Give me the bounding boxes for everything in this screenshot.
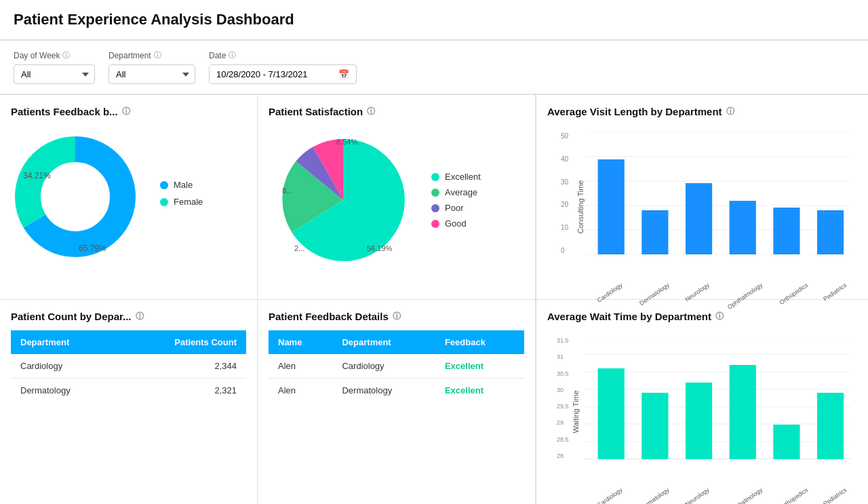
- legend-male: Male: [160, 180, 203, 190]
- dept-cardiology: Cardiology: [11, 354, 119, 379]
- feedback-1: Excellent: [435, 354, 524, 379]
- patients-feedback-panel: Patients Feedback b... ⓘ 34.21% 65.79%: [0, 95, 258, 299]
- name-2: Alen: [269, 379, 332, 403]
- table-row: Alen Cardiology Excellent: [269, 354, 524, 379]
- date-label: Date ⓘ: [209, 50, 357, 60]
- legend-poor: Poor: [431, 203, 481, 213]
- legend-excellent: Excellent: [431, 172, 481, 182]
- day-of-week-filter: Day of Week ⓘ All Monday Tuesday Wednesd…: [14, 50, 95, 84]
- table-row: Cardiology 2,344: [11, 354, 246, 379]
- legend-female: Female: [160, 197, 203, 207]
- patient-feedback-details-title: Patient Feedback Details ⓘ: [269, 311, 524, 322]
- avg-wait-time-info-icon: ⓘ: [715, 311, 724, 322]
- legend-good: Good: [431, 218, 481, 229]
- patient-count-panel: Patient Count by Depar... ⓘ Department P…: [0, 300, 258, 504]
- svg-rect-32: [730, 365, 756, 459]
- donut-chart: 34.21% 65.79%: [11, 132, 146, 254]
- patient-count-info-icon: ⓘ: [136, 311, 144, 322]
- count-cardiology: 2,344: [119, 354, 246, 379]
- col-name: Name: [269, 330, 332, 354]
- dept-2: Dermatology: [332, 379, 435, 403]
- patient-feedback-table: Name Department Feedback Alen Cardiology…: [269, 330, 524, 402]
- patients-feedback-title: Patients Feedback b... ⓘ: [11, 106, 246, 117]
- patients-feedback-info-icon: ⓘ: [122, 106, 130, 117]
- date-filter: Date ⓘ 📅: [209, 50, 357, 84]
- male-dot: [160, 181, 168, 189]
- dashboard: Patients Feedback b... ⓘ 34.21% 65.79%: [0, 94, 868, 504]
- avg-wait-y-label: Waiting Time: [572, 390, 580, 433]
- page-header: Patient Experience Analysis Dashboard: [0, 0, 868, 41]
- department-label: Department ⓘ: [108, 50, 195, 60]
- table-row: Alen Dermatology Excellent: [269, 379, 524, 403]
- svg-rect-19: [773, 208, 800, 254]
- patient-feedback-details-panel: Patient Feedback Details ⓘ Name Departme…: [258, 300, 536, 504]
- svg-rect-17: [686, 183, 712, 254]
- pie-legend: Excellent Average Poor Good: [431, 172, 481, 229]
- avg-wait-bar-chart: Waiting Time: [547, 330, 857, 493]
- svg-point-2: [41, 163, 109, 231]
- svg-rect-29: [598, 368, 625, 459]
- average-dot: [431, 189, 439, 197]
- patient-count-table: Department Patients Count Cardiology 2,3…: [11, 330, 246, 402]
- svg-rect-15: [598, 159, 625, 254]
- pie-chart: 56.19% 8... 2... 8.54%: [269, 125, 418, 275]
- table-row: Dermatology 2,321: [11, 379, 246, 403]
- donut-chart-container: 34.21% 65.79% Male Female: [11, 125, 246, 261]
- name-1: Alen: [269, 354, 332, 379]
- avg-visit-y-label: Consulting Time: [576, 180, 585, 234]
- row-1: Patients Feedback b... ⓘ 34.21% 65.79%: [0, 94, 868, 299]
- excellent-dot: [431, 173, 439, 181]
- svg-text:2...: 2...: [294, 244, 304, 252]
- day-of-week-info-icon: ⓘ: [62, 50, 70, 60]
- svg-text:8...: 8...: [282, 187, 292, 195]
- department-info-icon: ⓘ: [154, 50, 161, 60]
- svg-text:8.54%: 8.54%: [336, 138, 357, 146]
- feedback-2: Excellent: [435, 379, 524, 403]
- avg-visit-bar-chart: Consulting Time: [547, 125, 857, 288]
- date-info-icon: ⓘ: [229, 50, 236, 60]
- patient-satisfaction-title: Patient Satisfaction ⓘ: [269, 106, 524, 117]
- col-feedback: Feedback: [435, 330, 524, 354]
- avg-wait-time-panel: Average Wait Time by Department ⓘ Waitin…: [536, 300, 868, 504]
- svg-rect-16: [642, 210, 668, 254]
- dept-1: Cardiology: [332, 354, 435, 379]
- department-filter: Department ⓘ All Cardiology Dermatology …: [108, 50, 195, 84]
- svg-rect-20: [817, 210, 844, 254]
- page-title: Patient Experience Analysis Dashboard: [14, 11, 854, 28]
- patient-count-title: Patient Count by Depar... ⓘ: [11, 311, 246, 322]
- svg-text:34.21%: 34.21%: [23, 171, 51, 180]
- poor-dot: [431, 204, 439, 212]
- svg-rect-34: [817, 393, 844, 459]
- avg-visit-length-info-icon: ⓘ: [726, 106, 734, 117]
- svg-rect-30: [642, 393, 668, 459]
- patient-satisfaction-info-icon: ⓘ: [367, 106, 375, 117]
- avg-visit-length-panel: Average Visit Length by Department ⓘ Con…: [536, 95, 868, 299]
- female-dot: [160, 198, 168, 206]
- day-of-week-select[interactable]: All Monday Tuesday Wednesday Thursday Fr…: [14, 64, 95, 84]
- svg-text:65.79%: 65.79%: [79, 244, 106, 253]
- col-patients-count: Patients Count: [119, 330, 246, 354]
- avg-visit-length-title: Average Visit Length by Department ⓘ: [547, 106, 857, 117]
- svg-rect-31: [686, 383, 712, 459]
- patient-satisfaction-panel: Patient Satisfaction ⓘ: [258, 95, 536, 299]
- row-2: Patient Count by Depar... ⓘ Department P…: [0, 299, 868, 504]
- avg-wait-time-title: Average Wait Time by Department ⓘ: [547, 311, 857, 322]
- patient-feedback-details-info-icon: ⓘ: [393, 311, 401, 322]
- calendar-icon[interactable]: 📅: [332, 65, 356, 83]
- good-dot: [431, 220, 439, 228]
- svg-rect-18: [730, 201, 756, 254]
- date-input-wrap: 📅: [209, 64, 357, 84]
- dept-dermatology: Dermatology: [11, 379, 119, 403]
- col-dept: Department: [332, 330, 435, 354]
- svg-rect-33: [773, 425, 800, 459]
- department-select[interactable]: All Cardiology Dermatology Neurology Oph…: [108, 64, 195, 84]
- count-dermatology: 2,321: [119, 379, 246, 403]
- col-department: Department: [11, 330, 119, 354]
- filters-bar: Day of Week ⓘ All Monday Tuesday Wednesd…: [0, 41, 868, 94]
- svg-text:56.19%: 56.19%: [367, 244, 393, 252]
- legend-average: Average: [431, 187, 481, 197]
- donut-legend: Male Female: [160, 180, 203, 207]
- date-input[interactable]: [210, 65, 332, 83]
- pie-chart-container: 56.19% 8... 2... 8.54% Excellent Average: [269, 125, 524, 275]
- day-of-week-label: Day of Week ⓘ: [14, 50, 95, 60]
